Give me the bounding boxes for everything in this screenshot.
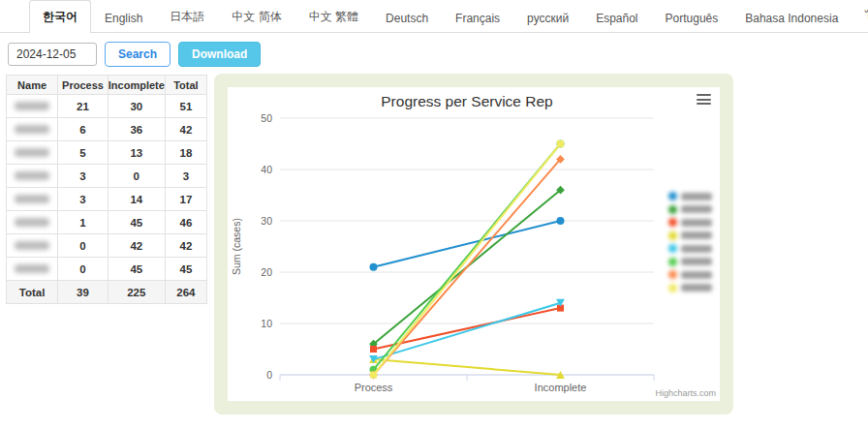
highcharts-credit[interactable]: Highcharts.com: [655, 388, 716, 398]
chart-legend: [668, 192, 715, 292]
column-header-total: Total: [165, 76, 206, 95]
tab-language-2[interactable]: 日本語: [156, 0, 218, 33]
legend-item-5[interactable]: [668, 258, 715, 266]
total-cell: 45: [165, 258, 206, 281]
tab-language-11[interactable]: ไทย: [852, 0, 868, 33]
legend-label-blurred: [681, 258, 712, 265]
incomplete-cell: 30: [108, 95, 165, 118]
legend-item-2[interactable]: [668, 218, 715, 227]
total-process-cell: 39: [58, 281, 108, 304]
process-cell: 3: [58, 188, 108, 211]
legend-item-4[interactable]: [668, 244, 715, 253]
series-line-3: [374, 359, 561, 375]
rep-name-cell: [7, 258, 58, 281]
table-row: 213051: [7, 95, 207, 118]
y-axis-title: Sum (cases): [231, 218, 242, 275]
total-cell: 3: [165, 165, 206, 188]
blurred-rep-name: [15, 125, 49, 134]
chart-canvas: 01020304050ProcessIncompleteProgress per…: [228, 87, 720, 401]
total-cell: 17: [165, 188, 206, 211]
process-cell: 5: [58, 141, 108, 165]
legend-item-3[interactable]: [668, 231, 715, 240]
tab-language-0[interactable]: 한국어: [29, 0, 91, 33]
tab-language-8[interactable]: Español: [582, 3, 651, 33]
total-cell: 42: [165, 118, 206, 141]
y-tick-label: 20: [261, 266, 272, 278]
rep-name-cell: [7, 234, 58, 258]
legend-label-blurred: [681, 219, 712, 227]
legend-marker-icon: [668, 205, 677, 214]
total-cell: 18: [165, 141, 206, 165]
series-marker: [370, 372, 377, 379]
legend-item-1[interactable]: [668, 205, 715, 214]
total-total-cell: 264: [165, 281, 206, 304]
rep-name-cell: [7, 118, 58, 141]
chart-panel: 01020304050ProcessIncompleteProgress per…: [214, 74, 733, 415]
rep-name-cell: [7, 211, 58, 234]
total-label-cell: Total: [7, 281, 58, 304]
total-cell: 46: [165, 211, 206, 234]
service-rep-table: NameProcessIncompleteTotal 2130516364251…: [6, 75, 207, 304]
legend-label-blurred: [681, 231, 712, 239]
total-cell: 42: [165, 234, 206, 258]
blurred-rep-name: [15, 264, 49, 273]
blurred-rep-name: [15, 218, 49, 227]
legend-marker-icon: [668, 270, 677, 279]
x-category-label: Incomplete: [535, 382, 587, 393]
main-content: NameProcessIncompleteTotal 2130516364251…: [0, 75, 868, 415]
table-row: 04242: [7, 234, 207, 258]
table-row: 51318: [7, 141, 207, 165]
y-tick-label: 30: [261, 215, 272, 227]
legend-item-0[interactable]: [668, 192, 715, 200]
legend-marker-icon: [668, 231, 677, 240]
incomplete-cell: 42: [108, 234, 165, 258]
blurred-rep-name: [15, 171, 49, 180]
series-line-6: [374, 159, 561, 375]
legend-item-7[interactable]: [668, 284, 715, 292]
legend-label-blurred: [681, 284, 712, 292]
tab-language-10[interactable]: Bahasa Indonesia: [731, 3, 852, 33]
y-tick-label: 10: [261, 318, 272, 329]
date-input[interactable]: [8, 43, 97, 66]
download-button[interactable]: Download: [178, 42, 261, 67]
legend-marker-icon: [668, 244, 677, 253]
total-incomplete-cell: 225: [108, 281, 165, 304]
series-marker: [557, 217, 565, 225]
rep-name-cell: [7, 141, 58, 165]
tab-language-9[interactable]: Português: [652, 3, 732, 33]
legend-marker-icon: [668, 218, 677, 227]
incomplete-cell: 45: [108, 258, 165, 281]
process-cell: 6: [58, 118, 108, 141]
table-header: NameProcessIncompleteTotal: [7, 76, 207, 95]
tab-language-7[interactable]: русский: [513, 3, 582, 33]
x-category-label: Process: [355, 382, 393, 393]
chart-title: Progress per Service Rep: [381, 93, 552, 109]
series-marker: [557, 140, 564, 147]
tab-language-5[interactable]: Deutsch: [372, 3, 442, 33]
rep-name-cell: [7, 95, 58, 118]
search-button[interactable]: Search: [105, 42, 170, 67]
rep-name-cell: [7, 165, 58, 188]
tab-language-4[interactable]: 中文 繁體: [295, 0, 372, 33]
legend-marker-icon: [668, 258, 677, 266]
incomplete-cell: 14: [108, 188, 165, 211]
total-cell: 51: [165, 95, 206, 118]
legend-label-blurred: [681, 271, 712, 279]
tab-language-6[interactable]: Français: [442, 3, 513, 33]
tab-language-1[interactable]: English: [91, 3, 156, 33]
chart-menu-icon[interactable]: [697, 94, 711, 105]
blurred-rep-name: [15, 241, 49, 250]
blurred-rep-name: [15, 195, 49, 203]
legend-label-blurred: [681, 193, 712, 200]
table-row: 63642: [7, 118, 207, 141]
y-tick-label: 40: [261, 164, 272, 175]
tab-language-3[interactable]: 中文 简体: [218, 0, 294, 33]
rep-name-cell: [7, 188, 58, 211]
y-tick-label: 50: [261, 112, 272, 124]
process-cell: 1: [58, 211, 108, 234]
table-total-row: Total39225264: [7, 281, 207, 304]
language-tabbar: 한국어English日本語中文 简体中文 繁體DeutschFrançaisру…: [0, 0, 868, 33]
column-header-process: Process: [58, 76, 108, 95]
y-tick-label: 0: [266, 369, 272, 381]
legend-item-6[interactable]: [668, 270, 715, 279]
